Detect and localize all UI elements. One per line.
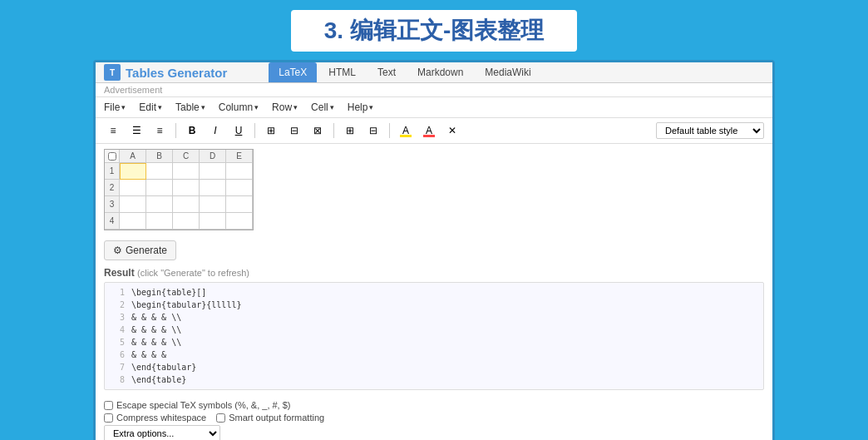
grid-row-1: 1	[105, 163, 253, 180]
generate-button[interactable]: ⚙ Generate	[104, 240, 176, 260]
escape-label: Escape special TeX symbols (%, &, _, #, …	[116, 400, 291, 410]
row-header-2: 2	[105, 180, 120, 196]
browser-window: T Tables Generator LaTeX HTML Text Markd…	[93, 60, 775, 440]
border-none-button[interactable]: ⊠	[308, 121, 327, 140]
col-header-b: B	[146, 150, 173, 163]
menu-bar: File ▾ Edit ▾ Table ▾ Column ▾ Row ▾	[104, 99, 764, 116]
escape-checkbox[interactable]	[104, 401, 113, 410]
grid-cell-2e[interactable]	[226, 180, 253, 196]
code-line-1: 1 \begin{table}[]	[111, 286, 757, 299]
grid-cell-1a[interactable]	[120, 163, 146, 180]
menu-table[interactable]: Table ▾	[175, 101, 205, 113]
grid-row-2: 2	[105, 180, 253, 196]
col-header-d: D	[200, 150, 226, 163]
row-header-4: 4	[105, 213, 120, 230]
grid-cell-2d[interactable]	[200, 180, 226, 196]
menu-cell[interactable]: Cell ▾	[311, 101, 334, 113]
grid-row-4: 4	[105, 213, 253, 230]
tab-html[interactable]: HTML	[318, 62, 366, 82]
chevron-down-icon: ▾	[121, 103, 126, 111]
menu-help[interactable]: Help ▾	[348, 101, 374, 113]
code-output: 1 \begin{table}[] 2 \begin{tabular}{llll…	[104, 282, 764, 390]
split-cells-button[interactable]: ⊟	[364, 121, 382, 140]
site-logo: T Tables Generator	[104, 64, 227, 81]
result-label: Result (click "Generate" to refresh)	[104, 267, 764, 279]
grid-cell-3d[interactable]	[200, 196, 226, 213]
menu-edit[interactable]: Edit ▾	[139, 101, 162, 113]
code-line-5: 5 & & & & \\	[111, 336, 757, 349]
menu-row[interactable]: Row ▾	[272, 101, 298, 113]
banner-title: 3. 编辑正文-图表整理	[291, 10, 577, 52]
grid-cell-2c[interactable]	[173, 180, 200, 196]
menu-bar-container: File ▾ Edit ▾ Table ▾ Column ▾ Row ▾	[96, 97, 772, 118]
extra-options-select[interactable]: Extra options...	[104, 425, 220, 440]
grid-cell-4a[interactable]	[120, 213, 146, 230]
grid-cell-3c[interactable]	[173, 196, 200, 213]
code-line-8: 8 \end{table}	[111, 373, 757, 386]
chevron-down-icon: ▾	[158, 103, 162, 111]
smart-checkbox[interactable]	[216, 413, 225, 423]
options-area: Escape special TeX symbols (%, &, _, #, …	[96, 397, 772, 440]
chevron-down-icon: ▾	[293, 103, 298, 111]
style-select[interactable]: Default table style	[656, 122, 764, 139]
grid-cell-2b[interactable]	[146, 180, 173, 196]
option-row-2: Compress whitespace Smart output formatt…	[104, 413, 764, 423]
col-header-c: C	[173, 150, 200, 163]
align-right-button[interactable]: ≡	[150, 121, 169, 140]
tab-bar: LaTeX HTML Text Markdown MediaWiki	[269, 62, 540, 82]
col-header-e: E	[226, 150, 253, 163]
result-area: Result (click "Generate" to refresh) 1 \…	[96, 265, 772, 397]
align-center-button[interactable]: ☰	[127, 121, 145, 140]
site-name: Tables Generator	[126, 66, 227, 80]
grid-cell-4b[interactable]	[146, 213, 173, 230]
grid-row-3: 3	[105, 196, 253, 213]
clear-format-button[interactable]: ✕	[443, 121, 461, 140]
code-line-4: 4 & & & & \\	[111, 324, 757, 336]
grid-cell-1e[interactable]	[226, 163, 253, 180]
grid-cell-3e[interactable]	[226, 196, 253, 213]
grid-cell-4c[interactable]	[173, 213, 200, 230]
tab-text[interactable]: Text	[367, 62, 406, 82]
bold-button[interactable]: B	[183, 121, 201, 140]
grid-corner	[105, 150, 120, 163]
underline-button[interactable]: U	[229, 121, 248, 140]
table-editor: A B C D E 1 2	[96, 144, 772, 235]
border-outer-button[interactable]: ⊟	[285, 121, 303, 140]
compress-checkbox[interactable]	[104, 413, 113, 423]
border-all-button[interactable]: ⊞	[262, 121, 280, 140]
grid-cell-1b[interactable]	[146, 163, 173, 180]
result-hint: (click "Generate" to refresh)	[137, 268, 249, 278]
align-left-button[interactable]: ≡	[104, 121, 122, 140]
grid-header-row: A B C D E	[105, 150, 253, 163]
tab-markdown[interactable]: Markdown	[407, 62, 473, 82]
tab-mediawiki[interactable]: MediaWiki	[475, 62, 540, 82]
bg-color-button[interactable]: A	[397, 121, 415, 140]
chevron-down-icon: ▾	[201, 103, 205, 111]
menu-file[interactable]: File ▾	[104, 101, 126, 113]
select-all-checkbox[interactable]	[108, 152, 116, 161]
compress-label: Compress whitespace	[116, 413, 206, 423]
grid-cell-4e[interactable]	[226, 213, 253, 230]
grid-cell-3a[interactable]	[120, 196, 146, 213]
merge-cells-button[interactable]: ⊞	[341, 121, 359, 140]
toolbar-area: Advertisement	[96, 83, 772, 97]
grid-cell-4d[interactable]	[200, 213, 226, 230]
separator	[175, 123, 176, 138]
smart-label: Smart output formatting	[229, 413, 324, 423]
separator	[333, 123, 334, 138]
grid-cell-3b[interactable]	[146, 196, 173, 213]
top-banner: 3. 编辑正文-图表整理	[0, 0, 868, 60]
grid-cell-1c[interactable]	[173, 163, 200, 180]
grid-cell-1d[interactable]	[200, 163, 226, 180]
menu-column[interactable]: Column ▾	[219, 101, 259, 113]
icon-toolbar: ≡ ☰ ≡ B I U ⊞ ⊟ ⊠ ⊞ ⊟ A A ✕ Default tabl…	[96, 118, 772, 144]
option-row-3: Extra options...	[104, 425, 764, 440]
generate-label: Generate	[126, 245, 167, 256]
text-color-button[interactable]: A	[420, 121, 438, 140]
row-header-3: 3	[105, 196, 120, 213]
code-line-7: 7 \end{tabular}	[111, 361, 757, 373]
grid-cell-2a[interactable]	[120, 180, 146, 196]
tab-latex[interactable]: LaTeX	[269, 62, 317, 82]
row-header-1: 1	[105, 163, 120, 180]
italic-button[interactable]: I	[206, 121, 224, 140]
